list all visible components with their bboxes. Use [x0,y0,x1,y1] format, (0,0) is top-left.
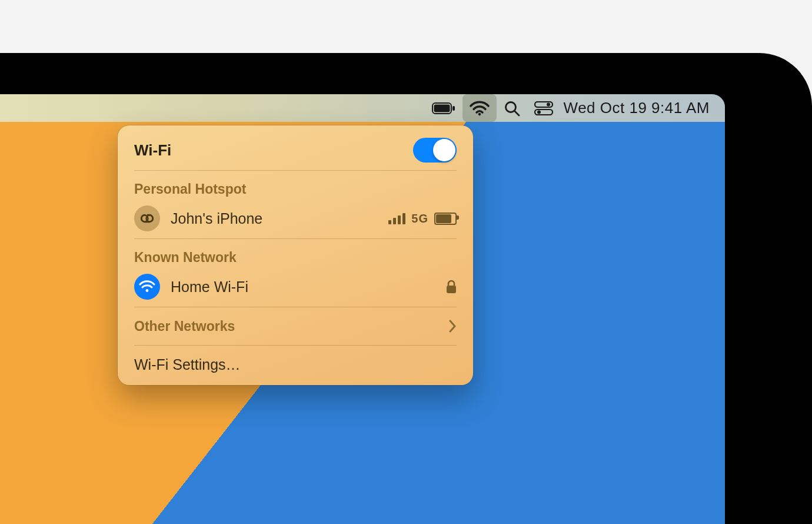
wifi-dropdown-panel: Wi-Fi Personal Hotspot John's iPhone [118,125,473,385]
known-network-item-label: Home Wi-Fi [171,278,446,296]
divider [134,345,457,346]
hotspot-icon [134,205,160,231]
svg-point-11 [147,215,153,222]
wifi-connected-icon [134,274,160,300]
desktop: Wed Oct 19 9:41 AM Wi-Fi Personal Hotspo… [0,94,725,524]
signal-bars-icon [388,213,405,224]
hotspot-signal-cluster: 5G [388,212,457,225]
hotspot-battery-icon [434,213,457,225]
chevron-right-icon [448,320,457,333]
network-type-label: 5G [411,212,428,225]
wifi-panel-title: Wi-Fi [134,141,413,160]
wifi-header-row: Wi-Fi [118,132,473,168]
other-networks-label: Other Networks [134,319,448,334]
svg-rect-13 [447,286,456,293]
svg-line-5 [514,111,519,115]
svg-point-7 [547,102,550,106]
menu-bar: Wed Oct 19 9:41 AM [0,94,725,122]
menu-bar-clock[interactable]: Wed Oct 19 9:41 AM [560,94,717,122]
divider [134,170,457,171]
personal-hotspot-section-label: Personal Hotspot [118,173,473,201]
svg-rect-2 [452,106,455,111]
svg-point-12 [146,289,149,292]
svg-point-3 [478,112,480,115]
known-network-item-home-wifi[interactable]: Home Wi-Fi [118,269,473,304]
hotspot-item-johns-iphone[interactable]: John's iPhone 5G [118,201,473,236]
known-network-section-label: Known Network [118,241,473,269]
divider [134,307,457,307]
hotspot-item-label: John's iPhone [171,210,388,227]
wifi-toggle[interactable] [413,138,457,162]
wifi-status-icon[interactable] [462,94,497,122]
battery-status-icon[interactable] [425,94,462,122]
svg-rect-1 [434,104,450,112]
spotlight-search-icon[interactable] [497,94,527,122]
wifi-settings-link[interactable]: Wi-Fi Settings… [118,348,473,383]
svg-point-9 [537,110,541,114]
lock-icon [446,280,457,294]
divider [134,238,457,239]
clock-text: Wed Oct 19 9:41 AM [564,99,710,117]
other-networks-row[interactable]: Other Networks [118,310,473,343]
control-center-icon[interactable] [527,94,560,122]
